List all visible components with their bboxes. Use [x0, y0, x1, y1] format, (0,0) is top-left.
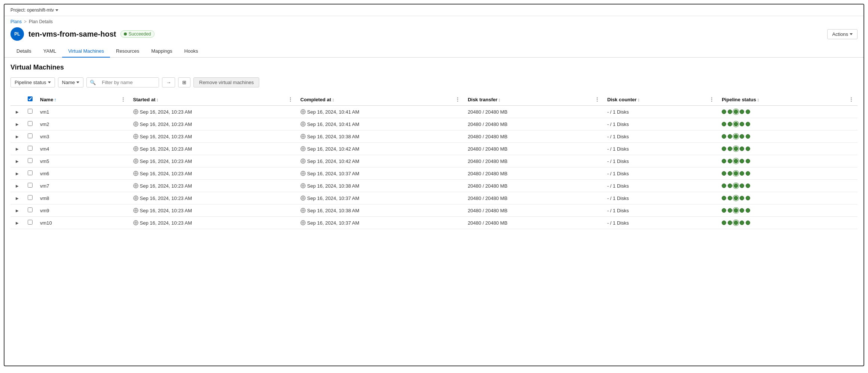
- vm-completed: Sep 16, 2024, 10:37 AM: [297, 167, 464, 180]
- vm-disk-counter: - / 1 Disks: [603, 217, 718, 229]
- toolbar: Pipeline status Name 🔍 → ⊞ Remove virtua…: [10, 77, 858, 87]
- table-row: ▶vm7Sep 16, 2024, 10:23 AMSep 16, 2024, …: [10, 180, 858, 192]
- vm-name: vm7: [36, 180, 129, 192]
- pipeline-dot-ring: [734, 110, 738, 114]
- row-checkbox[interactable]: [28, 133, 33, 138]
- pipeline-dot: [740, 221, 744, 225]
- row-expand-button[interactable]: ▶: [14, 134, 20, 139]
- pipeline-status-chevron-icon: [48, 81, 51, 83]
- breadcrumb: Plans > Plan Details: [4, 16, 864, 26]
- tabs-bar: Details YAML Virtual Machines Resources …: [4, 45, 864, 58]
- vm-name: vm10: [36, 217, 129, 229]
- pipeline-dot: [728, 171, 732, 176]
- row-checkbox[interactable]: [28, 170, 33, 175]
- row-checkbox[interactable]: [28, 195, 33, 200]
- pipeline-dot: [740, 196, 744, 200]
- pipeline-dot: [746, 208, 750, 213]
- vm-completed: Sep 16, 2024, 10:42 AM: [297, 143, 464, 155]
- select-all-checkbox[interactable]: [28, 96, 33, 101]
- vm-started: Sep 16, 2024, 10:23 AM: [129, 192, 297, 204]
- vm-pipeline-status: [718, 155, 858, 167]
- vm-disk-transfer: 20480 / 20480 MB: [464, 192, 603, 204]
- remove-vms-button[interactable]: Remove virtual machines: [193, 77, 259, 87]
- search-icon: 🔍: [87, 78, 99, 87]
- pipeline-dot-ring: [734, 122, 738, 126]
- row-checkbox[interactable]: [28, 207, 33, 212]
- globe-icon: [300, 171, 306, 176]
- row-checkbox[interactable]: [28, 220, 33, 225]
- globe-icon: [133, 109, 138, 114]
- th-started[interactable]: Started at ↕ ⋮: [129, 93, 297, 106]
- vm-table-body: ▶vm1Sep 16, 2024, 10:23 AMSep 16, 2024, …: [10, 106, 858, 229]
- globe-icon: [300, 121, 306, 127]
- name-col-menu-icon[interactable]: ⋮: [120, 96, 126, 102]
- globe-icon: [133, 208, 138, 213]
- vm-completed: Sep 16, 2024, 10:42 AM: [297, 155, 464, 167]
- started-col-menu-icon[interactable]: ⋮: [288, 96, 293, 102]
- row-expand-button[interactable]: ▶: [14, 109, 20, 115]
- completed-col-menu-icon[interactable]: ⋮: [455, 96, 460, 102]
- globe-icon: [300, 109, 306, 114]
- row-expand-button[interactable]: ▶: [14, 121, 20, 127]
- breadcrumb-plans-link[interactable]: Plans: [10, 19, 22, 24]
- vm-started: Sep 16, 2024, 10:23 AM: [129, 217, 297, 229]
- row-expand-button[interactable]: ▶: [14, 220, 20, 226]
- row-checkbox[interactable]: [28, 121, 33, 126]
- name-filter-dropdown[interactable]: Name: [58, 77, 84, 87]
- globe-icon: [133, 146, 138, 151]
- row-expand-button[interactable]: ▶: [14, 146, 20, 152]
- columns-toggle-button[interactable]: ⊞: [178, 77, 190, 87]
- search-box: 🔍: [86, 77, 159, 87]
- pipeline-dot: [728, 147, 732, 151]
- vm-disk-counter: - / 1 Disks: [603, 180, 718, 192]
- row-expand-button[interactable]: ▶: [14, 208, 20, 213]
- tab-details[interactable]: Details: [10, 45, 37, 58]
- row-checkbox[interactable]: [28, 146, 33, 151]
- vm-name: vm5: [36, 155, 129, 167]
- disk-transfer-col-menu-icon[interactable]: ⋮: [595, 96, 600, 102]
- page-title: ten-vms-from-same-host: [28, 30, 116, 38]
- row-expand-button[interactable]: ▶: [14, 183, 20, 189]
- row-checkbox[interactable]: [28, 183, 33, 188]
- search-input[interactable]: [99, 78, 159, 87]
- vm-disk-counter: - / 1 Disks: [603, 106, 718, 118]
- vm-disk-transfer: 20480 / 20480 MB: [464, 106, 603, 118]
- row-expand-button[interactable]: ▶: [14, 195, 20, 201]
- project-selector[interactable]: Project: openshift-mtv: [10, 7, 58, 13]
- vm-name: vm4: [36, 143, 129, 155]
- table-row: ▶vm10Sep 16, 2024, 10:23 AMSep 16, 2024,…: [10, 217, 858, 229]
- pipeline-dot-ring: [734, 221, 738, 225]
- pipeline-dot-ring: [734, 196, 738, 200]
- th-disk-transfer[interactable]: Disk transfer ↕ ⋮: [464, 93, 603, 106]
- row-expand-button[interactable]: ▶: [14, 158, 20, 164]
- actions-button[interactable]: Actions: [827, 29, 858, 39]
- tab-virtual-machines[interactable]: Virtual Machines: [62, 45, 110, 58]
- th-name[interactable]: Name ↑ ⋮: [36, 93, 129, 106]
- vm-disk-transfer: 20480 / 20480 MB: [464, 118, 603, 130]
- pipeline-dot: [728, 159, 732, 163]
- pipeline-dot: [746, 110, 750, 114]
- table-row: ▶vm3Sep 16, 2024, 10:23 AMSep 16, 2024, …: [10, 130, 858, 143]
- tab-resources[interactable]: Resources: [110, 45, 145, 58]
- pipeline-dot: [740, 184, 744, 188]
- tab-yaml[interactable]: YAML: [37, 45, 62, 58]
- row-checkbox[interactable]: [28, 109, 33, 114]
- globe-icon: [300, 158, 306, 164]
- pipeline-status-filter[interactable]: Pipeline status: [10, 77, 55, 87]
- vm-name: vm9: [36, 204, 129, 217]
- th-pipeline-status[interactable]: Pipeline status ↕ ⋮: [718, 93, 858, 106]
- search-arrow-button[interactable]: →: [162, 77, 175, 87]
- pipeline-dot-ring: [734, 184, 738, 188]
- vm-started: Sep 16, 2024, 10:23 AM: [129, 130, 297, 143]
- disk-counter-col-menu-icon[interactable]: ⋮: [709, 96, 714, 102]
- vm-pipeline-status: [718, 180, 858, 192]
- tab-mappings[interactable]: Mappings: [145, 45, 178, 58]
- th-completed[interactable]: Completed at ↕ ⋮: [297, 93, 464, 106]
- vm-name: vm8: [36, 192, 129, 204]
- row-checkbox[interactable]: [28, 158, 33, 163]
- th-disk-counter[interactable]: Disk counter ↕ ⋮: [603, 93, 718, 106]
- pipeline-col-menu-icon[interactable]: ⋮: [849, 96, 854, 102]
- pipeline-dot: [740, 171, 744, 176]
- row-expand-button[interactable]: ▶: [14, 171, 20, 176]
- tab-hooks[interactable]: Hooks: [178, 45, 204, 58]
